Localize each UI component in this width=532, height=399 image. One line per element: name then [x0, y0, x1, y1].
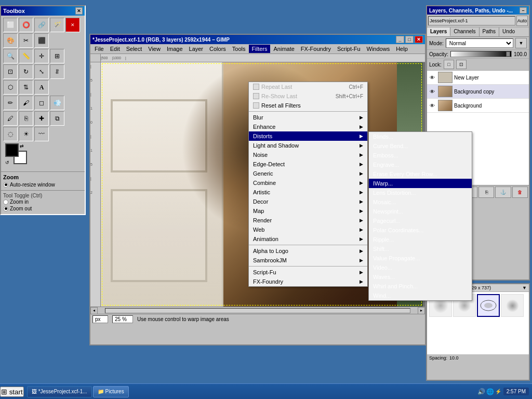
tab-undo[interactable]: Undo: [499, 28, 518, 36]
layer-eye-bg-copy[interactable]: 👁: [428, 87, 436, 96]
auto-button[interactable]: Auto: [516, 16, 528, 26]
rect-select-tool[interactable]: ⬜: [3, 18, 18, 32]
persp-clone-tool[interactable]: ⧉: [50, 111, 64, 126]
menu-combine[interactable]: Combine ▶: [249, 178, 367, 188]
zoom-out-option[interactable]: Zoom out: [3, 205, 83, 212]
menu-view[interactable]: View: [145, 45, 164, 53]
heal-tool[interactable]: ✚: [34, 111, 49, 126]
menu-edit[interactable]: Edit: [107, 45, 123, 53]
fg-select-tool[interactable]: ⬛: [34, 33, 49, 48]
zoom-in-option[interactable]: Zoom in: [3, 198, 83, 205]
menu-distorts[interactable]: Distorts ▶ Blinds... Curve Bend... Embos…: [249, 131, 367, 141]
free-select-tool[interactable]: 🔗: [34, 18, 49, 32]
layers-close-btn[interactable]: –: [520, 7, 527, 14]
rotate-tool[interactable]: ↻: [19, 64, 33, 79]
scroll-left-btn[interactable]: ◂: [90, 307, 98, 314]
mode-expand-btn[interactable]: ▼: [515, 38, 527, 48]
move-tool[interactable]: ✛: [34, 49, 49, 63]
menu-reset-filters[interactable]: Reset all Filters: [249, 101, 367, 110]
menu-animation[interactable]: Animation ▶: [249, 234, 367, 244]
submenu-shift[interactable]: Shift...: [369, 244, 472, 254]
menu-alpha-to-logo[interactable]: Alpha to Logo ▶: [249, 246, 367, 256]
unit-display[interactable]: px: [92, 315, 108, 323]
dodge-tool[interactable]: ☀: [19, 127, 33, 141]
flip-tool[interactable]: ⇅: [19, 80, 33, 95]
color-selector[interactable]: ⇄ ↺: [5, 143, 29, 167]
menu-help[interactable]: Help: [393, 45, 411, 53]
menu-artistic[interactable]: Artistic ▶: [249, 188, 367, 197]
anchor-layer-btn[interactable]: ⚓: [495, 187, 511, 198]
menu-scriptfu[interactable]: Script-Fu: [334, 45, 364, 53]
text-tool[interactable]: A: [34, 80, 49, 95]
mode-select[interactable]: Normal: [446, 38, 513, 48]
submenu-ripple[interactable]: Ripple...: [369, 235, 472, 244]
opacity-slider[interactable]: [450, 51, 512, 57]
menu-map[interactable]: Map ▶: [249, 206, 367, 216]
eraser-tool[interactable]: ◻: [34, 96, 49, 110]
scale-tool[interactable]: ⤡: [34, 64, 49, 79]
submenu-engrave[interactable]: Engrave...: [369, 160, 472, 169]
menu-layer[interactable]: Layer: [186, 45, 207, 53]
color-select-tool[interactable]: 🎨: [3, 33, 18, 48]
opacity-handle[interactable]: [506, 51, 510, 57]
menu-file[interactable]: File: [91, 45, 107, 53]
menu-fx-foundry[interactable]: FX-Foundry ▶: [249, 277, 367, 286]
menu-generic[interactable]: Generic ▶: [249, 169, 367, 178]
scissors-tool[interactable]: ✂: [19, 33, 33, 48]
zoom-in-radio[interactable]: [3, 200, 8, 205]
file-select-input[interactable]: [428, 16, 515, 25]
swap-colors-btn[interactable]: ⇄: [20, 143, 24, 149]
toolbox-close-button[interactable]: ✕: [75, 7, 83, 15]
menu-sambrookjm[interactable]: SambrookJM ▶: [249, 256, 367, 265]
align-tool[interactable]: ⊞: [50, 49, 64, 63]
start-button[interactable]: ⊞ start: [0, 387, 24, 397]
menu-light-shadow[interactable]: Light and Shadow ▶: [249, 141, 367, 150]
fuzzy-select-tool[interactable]: 🪄: [50, 18, 64, 32]
menu-filters[interactable]: Filters: [249, 45, 271, 53]
submenu-wind[interactable]: Wind...: [369, 291, 472, 300]
paintbrush-tool[interactable]: 🖌: [19, 96, 33, 110]
scrollbar-track[interactable]: [105, 308, 410, 313]
lock-pixels-btn[interactable]: □: [444, 60, 454, 69]
menu-windows[interactable]: Windows: [364, 45, 393, 53]
crop-tool[interactable]: ⊡: [3, 64, 18, 79]
ellipse-select-tool[interactable]: ⭕: [19, 18, 33, 32]
submenu-mosaic[interactable]: Mosaic...: [369, 197, 472, 207]
delete-layer-btn[interactable]: 🗑: [512, 187, 528, 198]
submenu-iwarp[interactable]: IWarp...: [369, 179, 472, 188]
layer-item-bg[interactable]: 👁 Background: [427, 99, 529, 113]
submenu-emboss[interactable]: Emboss...: [369, 151, 472, 160]
tab-paths[interactable]: Paths: [480, 28, 500, 36]
taskbar-gimp-item[interactable]: 🖼 *JesseProject.xcf-1...: [27, 386, 92, 397]
menu-edge-detect[interactable]: Edge-Detect ▶: [249, 159, 367, 169]
brush-expand-icon[interactable]: ▼: [522, 285, 527, 290]
layer-item-new[interactable]: 👁 New Layer: [427, 71, 529, 85]
submenu-blinds[interactable]: Blinds...: [369, 132, 472, 141]
menu-colors[interactable]: Colors: [206, 45, 229, 53]
lock-alpha-btn[interactable]: ⊡: [456, 60, 467, 69]
measure-tool[interactable]: 📏: [19, 49, 33, 63]
submenu-waves[interactable]: Waves...: [369, 272, 472, 282]
airbrush-tool[interactable]: 💨: [50, 96, 64, 110]
menu-noise[interactable]: Noise ▶: [249, 150, 367, 159]
submenu-pagecurl[interactable]: Pagecurl...: [369, 216, 472, 225]
menu-fxfoundry[interactable]: FX-Foundry: [298, 45, 334, 53]
extra-tool-1[interactable]: ✕: [65, 18, 80, 32]
submenu-video[interactable]: Video...: [369, 263, 472, 272]
ink-tool[interactable]: 🖊: [3, 111, 18, 126]
gimp-close-btn[interactable]: ✕: [415, 36, 423, 43]
menu-decor[interactable]: Decor ▶: [249, 197, 367, 206]
menu-render[interactable]: Render ▶: [249, 216, 367, 225]
menu-animate[interactable]: Animate: [270, 45, 297, 53]
submenu-erase-rows[interactable]: Erase Every Other Row...: [369, 169, 472, 179]
menu-image[interactable]: Image: [164, 45, 186, 53]
auto-resize-radio[interactable]: [3, 182, 8, 188]
clone-tool[interactable]: ⎘: [19, 111, 33, 126]
default-colors-btn[interactable]: ↺: [5, 160, 9, 165]
perspective-tool[interactable]: ⬡: [3, 80, 18, 95]
duplicate-layer-btn[interactable]: ⎘: [478, 187, 494, 198]
submenu-lens-distortion[interactable]: Lens Distortion...: [369, 188, 472, 197]
foreground-color-box[interactable]: [5, 143, 19, 157]
submenu-newsprint[interactable]: Newsprint...: [369, 207, 472, 216]
pencil-tool[interactable]: ✏: [3, 96, 18, 110]
